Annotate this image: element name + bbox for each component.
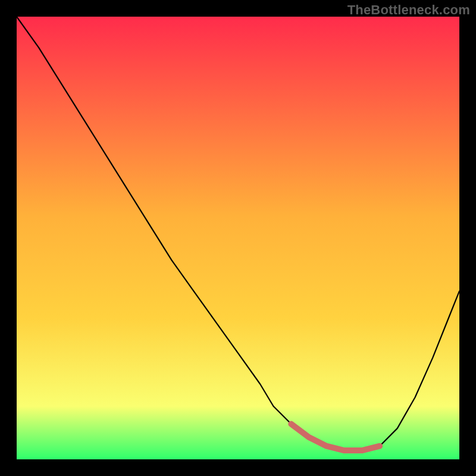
watermark-label: TheBottleneck.com [347, 2, 470, 18]
plot-area [17, 17, 459, 459]
gradient-bg [17, 17, 459, 459]
chart-svg [17, 17, 459, 459]
chart-frame: TheBottleneck.com [0, 0, 476, 476]
